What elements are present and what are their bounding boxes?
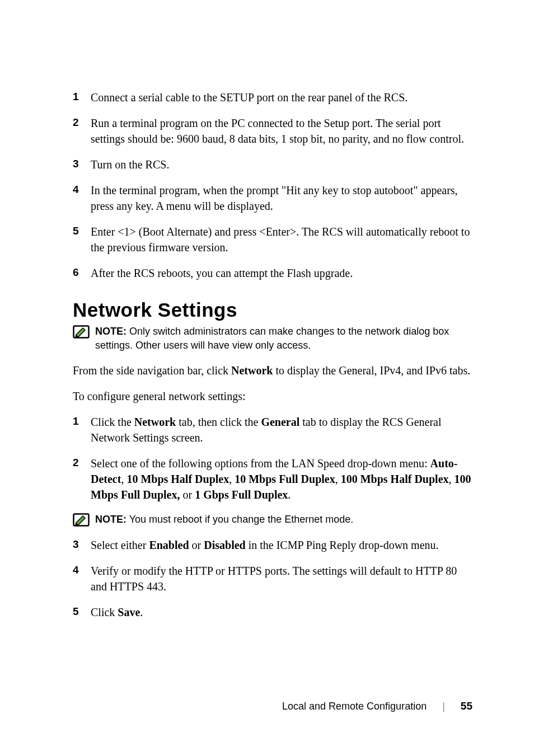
note-icon xyxy=(73,325,90,339)
step-number: 4 xyxy=(73,563,91,594)
step-text: Enter <1> (Boot Alternate) and press <En… xyxy=(91,224,472,255)
step-number: 1 xyxy=(73,90,91,105)
list-item: 2 Run a terminal program on the PC conne… xyxy=(73,115,472,147)
step-number: 4 xyxy=(73,182,91,214)
page-number: 55 xyxy=(461,700,472,712)
paragraph-navigation: From the side navigation bar, click Netw… xyxy=(73,363,472,378)
step-text: Click Save. xyxy=(91,604,472,620)
list-item: 4 In the terminal program, when the prom… xyxy=(73,182,472,214)
step-number: 3 xyxy=(73,537,91,553)
footer-chapter-title: Local and Remote Configuration xyxy=(282,701,427,712)
note-text: NOTE: Only switch administrators can mak… xyxy=(95,325,472,353)
note-icon xyxy=(73,513,90,527)
list-item: 2 Select one of the following options fr… xyxy=(73,456,472,503)
list-item: 5 Enter <1> (Boot Alternate) and press <… xyxy=(73,224,472,255)
list-item: 1 Click the Network tab, then click the … xyxy=(73,414,472,445)
firmware-recovery-steps: 1 Connect a serial cable to the SETUP po… xyxy=(73,90,472,281)
step-text: Run a terminal program on the PC connect… xyxy=(91,115,472,147)
step-text: Turn on the RCS. xyxy=(91,157,472,172)
list-item: 3 Turn on the RCS. xyxy=(73,157,472,172)
step-number: 5 xyxy=(73,224,91,255)
list-item: 4 Verify or modify the HTTP or HTTPS por… xyxy=(73,563,472,594)
list-item: 1 Connect a serial cable to the SETUP po… xyxy=(73,90,472,105)
footer-separator: | xyxy=(442,701,445,712)
page-footer: Local and Remote Configuration | 55 xyxy=(282,700,472,712)
note-admin-only: NOTE: Only switch administrators can mak… xyxy=(73,325,472,353)
step-text: In the terminal program, when the prompt… xyxy=(91,182,472,214)
note-body: Only switch administrators can make chan… xyxy=(95,326,449,351)
section-heading: Network Settings xyxy=(73,299,472,321)
step-text: Connect a serial cable to the SETUP port… xyxy=(91,90,472,105)
step-text: Click the Network tab, then click the Ge… xyxy=(91,414,472,445)
step-text: Verify or modify the HTTP or HTTPS ports… xyxy=(91,563,472,594)
step-text: Select either Enabled or Disabled in the… xyxy=(91,537,472,553)
note-label: NOTE: xyxy=(95,514,127,525)
step-number: 2 xyxy=(73,456,91,503)
note-text: NOTE: You must reboot if you change the … xyxy=(95,513,472,527)
note-label: NOTE: xyxy=(95,326,127,337)
step-number: 6 xyxy=(73,265,91,281)
step-number: 2 xyxy=(73,115,91,147)
note-reboot: NOTE: You must reboot if you change the … xyxy=(73,513,472,527)
step-number: 5 xyxy=(73,604,91,620)
step-number: 3 xyxy=(73,157,91,172)
step-text: Select one of the following options from… xyxy=(91,456,472,503)
network-config-steps-cont: 3 Select either Enabled or Disabled in t… xyxy=(73,537,472,620)
list-item: 3 Select either Enabled or Disabled in t… xyxy=(73,537,472,553)
list-item: 6 After the RCS reboots, you can attempt… xyxy=(73,265,472,281)
paragraph-config-intro: To configure general network settings: xyxy=(73,388,472,404)
step-number: 1 xyxy=(73,414,91,445)
step-text: After the RCS reboots, you can attempt t… xyxy=(91,265,472,281)
note-body: You must reboot if you change the Ethern… xyxy=(127,514,353,525)
network-config-steps: 1 Click the Network tab, then click the … xyxy=(73,414,472,503)
list-item: 5 Click Save. xyxy=(73,604,472,620)
